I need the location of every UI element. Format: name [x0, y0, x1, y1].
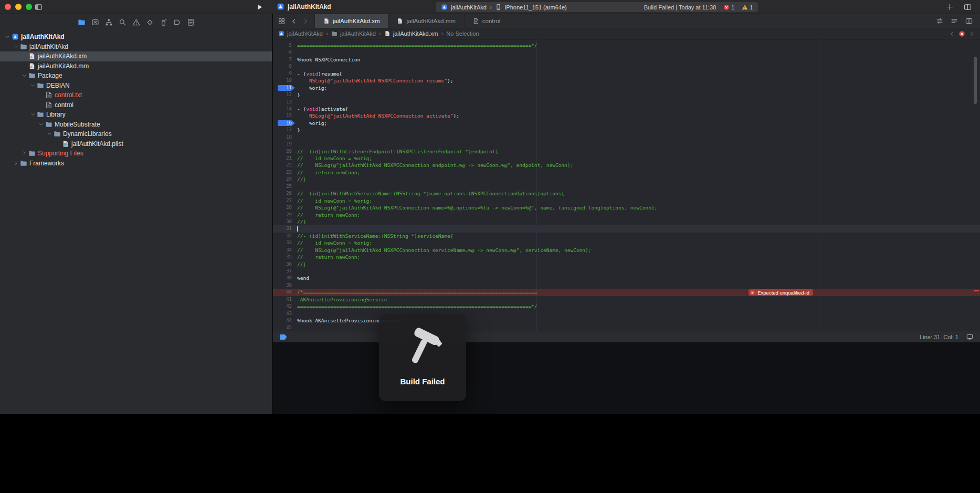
code-line[interactable]: 29// return newConn;: [273, 212, 980, 218]
build-status[interactable]: Build Failed | Today at 11:38 1 1: [644, 4, 753, 11]
scrollbar-thumb[interactable]: [974, 57, 977, 104]
code-line[interactable]: 18: [273, 134, 980, 141]
line-number[interactable]: 39: [273, 282, 292, 289]
tree-row[interactable]: jailAuthKitAkd: [0, 42, 272, 52]
code-line[interactable]: 38%end: [273, 275, 980, 281]
line-number[interactable]: 38: [273, 275, 292, 281]
breadcrumb-item[interactable]: No Selection: [446, 30, 479, 37]
code-line[interactable]: 17}: [273, 127, 980, 133]
code-line[interactable]: 13: [273, 99, 980, 106]
tree-row[interactable]: mjailAuthKitAkd.mm: [0, 61, 272, 71]
line-number[interactable]: 10: [273, 77, 292, 84]
back-icon[interactable]: [290, 18, 297, 25]
line-number[interactable]: 21: [273, 155, 292, 162]
line-number[interactable]: 41: [273, 296, 292, 303]
run-button[interactable]: [256, 3, 264, 11]
code-line[interactable]: 15 NSLog(@"jailAuthKitAkd NSXPCConnectio…: [273, 112, 980, 119]
minimize-window-button[interactable]: [15, 4, 22, 10]
editor-layout-button[interactable]: [964, 3, 972, 11]
line-number[interactable]: 6: [273, 49, 292, 56]
tree-row[interactable]: Library: [0, 110, 272, 120]
test-navigator-icon[interactable]: [146, 18, 154, 26]
tree-row[interactable]: mjailAuthKitAkd.xm: [0, 51, 272, 61]
source-control-navigator-icon[interactable]: [91, 18, 99, 26]
line-number[interactable]: 32: [273, 233, 292, 239]
issue-navigator-icon[interactable]: [132, 18, 140, 26]
editor-options-icon[interactable]: [951, 17, 958, 25]
warning-count-badge[interactable]: 1: [742, 4, 753, 11]
code-line[interactable]: 14- (void)activate{: [273, 106, 980, 112]
inline-error-badge[interactable]: Expected unqualified-id: [749, 289, 813, 296]
tree-row[interactable]: DynamicLibraries: [0, 129, 272, 139]
line-number[interactable]: 18: [273, 134, 292, 141]
line-number[interactable]: 8: [273, 63, 292, 70]
line-number[interactable]: 22: [273, 162, 292, 169]
code-line[interactable]: 41 AKAnisetteProvisioningService: [273, 296, 980, 303]
chevron-down-icon[interactable]: [29, 83, 36, 88]
code-line[interactable]: 27// id newConn = %orig;: [273, 197, 980, 204]
source-editor[interactable]: 5=======================================…: [273, 39, 980, 331]
code-line[interactable]: 28// NSLog(@"jailAuthKitAkd NSXPCConnect…: [273, 204, 980, 211]
line-number[interactable]: 33: [273, 239, 292, 246]
code-line[interactable]: 34// NSLog(@"jailAuthKitAkd NSXPCConnect…: [273, 247, 980, 254]
line-number[interactable]: 31: [273, 225, 292, 232]
line-number[interactable]: 42: [273, 303, 292, 310]
code-line[interactable]: 12}: [273, 91, 980, 98]
code-line[interactable]: 43: [273, 310, 980, 317]
line-number[interactable]: 34: [273, 247, 292, 254]
line-number[interactable]: 44: [273, 317, 292, 324]
breadcrumb-item[interactable]: mjailAuthKitAkd.xm: [384, 30, 438, 37]
line-number[interactable]: 23: [273, 169, 292, 176]
breakpoint-navigator-icon[interactable]: [173, 18, 181, 26]
chevron-down-icon[interactable]: [38, 122, 45, 127]
code-line[interactable]: 39: [273, 282, 980, 289]
code-line[interactable]: 31: [273, 225, 980, 232]
line-number[interactable]: 28: [273, 204, 292, 211]
line-number[interactable]: 26: [273, 190, 292, 197]
tree-row[interactable]: control: [0, 100, 272, 110]
code-line[interactable]: 11 %orig;: [273, 85, 980, 91]
editor-tab[interactable]: control: [464, 14, 509, 28]
tree-row[interactable]: jailAuthKitAkd.plist: [0, 139, 272, 149]
tree-row[interactable]: jailAuthKitAkd: [0, 32, 272, 42]
code-line[interactable]: 42======================================…: [273, 303, 980, 310]
code-line[interactable]: 23// return newConn;: [273, 169, 980, 176]
error-count-badge[interactable]: 1: [723, 4, 734, 11]
chevron-down-icon[interactable]: [29, 112, 36, 117]
line-number[interactable]: 30: [273, 218, 292, 225]
code-line[interactable]: 8: [273, 63, 980, 70]
code-line[interactable]: 5=======================================…: [273, 42, 980, 49]
line-number[interactable]: 16: [273, 120, 292, 127]
chevron-right-icon[interactable]: [13, 161, 19, 166]
line-number[interactable]: 14: [273, 106, 292, 112]
breadcrumb-item[interactable]: jailAuthKitAkd: [278, 30, 323, 37]
line-number[interactable]: 24: [273, 176, 292, 183]
line-number[interactable]: 19: [273, 141, 292, 148]
tree-row[interactable]: Frameworks: [0, 159, 272, 169]
line-number[interactable]: 5: [273, 42, 292, 49]
code-line[interactable]: 26//- (id)initWithMachServiceName:(NSStr…: [273, 190, 980, 197]
code-line[interactable]: 7%hook NSXPCConnection: [273, 56, 980, 63]
line-number[interactable]: 40: [273, 289, 292, 296]
add-tab-button[interactable]: [946, 3, 954, 11]
line-number[interactable]: 13: [273, 99, 292, 106]
code-line[interactable]: 22// NSLog(@"jailAuthKitAkd NSXPCConnect…: [273, 162, 980, 169]
chevron-down-icon[interactable]: [13, 44, 19, 49]
next-issue-icon[interactable]: [969, 31, 975, 37]
forward-icon[interactable]: [302, 18, 309, 25]
code-line[interactable]: 19: [273, 141, 980, 148]
tree-row[interactable]: DEBIAN: [0, 81, 272, 91]
code-line[interactable]: 6: [273, 49, 980, 56]
display-icon[interactable]: [966, 333, 974, 340]
line-number[interactable]: 29: [273, 212, 292, 218]
editor-tab[interactable]: mjailAuthKitAkd.xm: [314, 14, 388, 28]
swap-editors-icon[interactable]: [936, 17, 943, 25]
previous-issue-icon[interactable]: [949, 31, 955, 37]
code-line[interactable]: 24//}: [273, 176, 980, 183]
toggle-navigator-icon[interactable]: [35, 3, 43, 11]
find-navigator-icon[interactable]: [119, 18, 127, 26]
line-number[interactable]: 9: [273, 70, 292, 77]
tree-row[interactable]: Supporting Files: [0, 149, 272, 159]
symbol-navigator-icon[interactable]: [105, 18, 113, 26]
code-line[interactable]: 37: [273, 268, 980, 275]
